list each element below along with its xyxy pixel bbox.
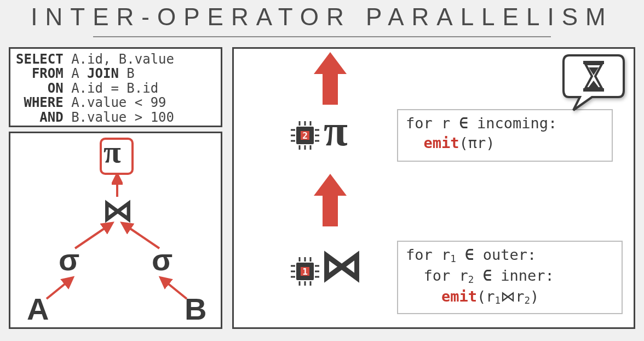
sql-line-1: SELECT A.id, B.value bbox=[16, 52, 215, 66]
sql-line-3: ON A.id = B.id bbox=[16, 81, 215, 95]
svg-line-2 bbox=[125, 225, 159, 248]
arrow-sigma-left-to-join bbox=[72, 221, 116, 252]
code-join-line-3: emit(r1⋈r2) bbox=[406, 287, 614, 308]
query-plan-box: π ⋈ σ σ A B bbox=[9, 132, 222, 329]
sql-line-5: AND B.value > 100 bbox=[16, 110, 215, 124]
exec-pi-operator: π bbox=[324, 106, 348, 156]
cpu-2-label: 2 bbox=[291, 121, 319, 150]
sql-line-2: FROM A JOIN B bbox=[16, 66, 215, 81]
cpu-chip-2: 2 bbox=[291, 121, 319, 150]
code-join-line-2: for r2 ∈ inner: bbox=[406, 266, 614, 287]
svg-line-3 bbox=[47, 280, 70, 299]
code-pi-line-2: emit(πr) bbox=[406, 133, 604, 153]
cpu-1-label: 1 bbox=[291, 257, 319, 286]
wait-callout bbox=[558, 49, 629, 120]
code-join-line-1: for r1 ∈ outer: bbox=[406, 245, 614, 266]
slide-title: INTER-OPERATOR PARALLELISM bbox=[0, 3, 644, 31]
cpu-chip-1: 1 bbox=[291, 257, 319, 286]
sql-query-box: SELECT A.id, B.value FROM A JOIN B ON A.… bbox=[9, 47, 222, 127]
title-underline bbox=[93, 36, 551, 37]
sql-line-4: WHERE A.value < 99 bbox=[16, 95, 215, 110]
svg-line-4 bbox=[164, 280, 187, 299]
big-arrow-top bbox=[314, 52, 347, 105]
arrow-sigma-right-to-join bbox=[119, 221, 163, 252]
code-box-join: for r1 ∈ outer: for r2 ∈ inner: emit(r1⋈… bbox=[397, 241, 623, 314]
svg-line-1 bbox=[75, 225, 109, 248]
arrow-b-to-sigma bbox=[157, 276, 190, 302]
exec-join-operator: ⋈ bbox=[320, 241, 363, 291]
arrow-a-to-sigma bbox=[43, 276, 76, 302]
slide: INTER-OPERATOR PARALLELISM SELECT A.id, … bbox=[0, 0, 644, 341]
execution-box: 2 π for r ∈ incoming: emit(πr) bbox=[232, 47, 635, 329]
pi-operator: π bbox=[104, 133, 121, 170]
big-arrow-middle bbox=[314, 174, 347, 226]
